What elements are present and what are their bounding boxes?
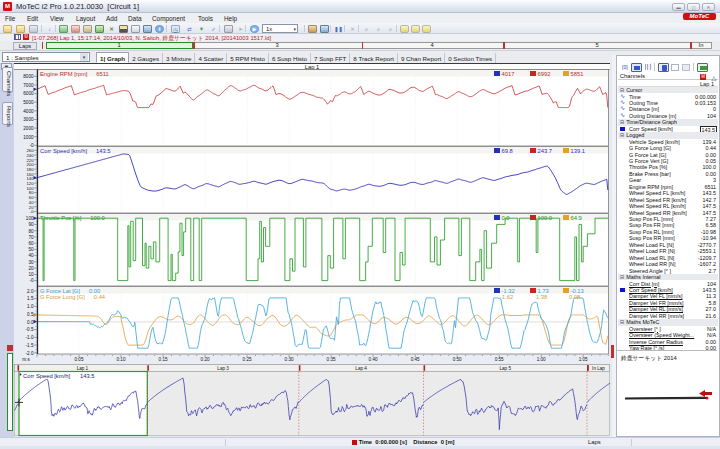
svg-text:80: 80 <box>28 229 34 234</box>
svg-text:1000: 1000 <box>23 135 34 140</box>
svg-text:50: 50 <box>28 247 34 252</box>
svg-text:Lap 4: Lap 4 <box>355 366 367 371</box>
svg-text:20: 20 <box>28 266 34 271</box>
svg-text:-1.0: -1.0 <box>26 335 34 340</box>
svg-text:60: 60 <box>28 241 34 246</box>
svg-text:0:10: 0:10 <box>117 357 126 362</box>
svg-text:0:30: 0:30 <box>285 357 294 362</box>
svg-text:5000: 5000 <box>23 100 34 105</box>
svg-text:10: 10 <box>28 272 34 277</box>
svg-text:0:40: 0:40 <box>369 357 378 362</box>
svg-text:0:20: 0:20 <box>201 357 210 362</box>
svg-text:0.0: 0.0 <box>27 320 34 325</box>
svg-text:8000: 8000 <box>23 74 34 79</box>
svg-text:90: 90 <box>28 222 34 227</box>
svg-text:0:50: 0:50 <box>453 357 462 362</box>
svg-text:6000: 6000 <box>23 91 34 96</box>
svg-text:Corr Speed [km/h]: Corr Speed [km/h] <box>23 373 70 379</box>
svg-text:0:55: 0:55 <box>495 357 504 362</box>
svg-text:0.5: 0.5 <box>27 312 34 317</box>
svg-text:-0: -0 <box>29 278 34 283</box>
svg-text:Lap 1: Lap 1 <box>77 366 89 371</box>
svg-text:0:35: 0:35 <box>327 357 336 362</box>
svg-text:In Lap: In Lap <box>592 366 605 371</box>
svg-text:143.5: 143.5 <box>80 373 95 379</box>
svg-text:0:05: 0:05 <box>75 357 84 362</box>
svg-text:1.0: 1.0 <box>27 304 34 309</box>
svg-text:40: 40 <box>28 253 34 258</box>
svg-text:1:05: 1:05 <box>579 357 588 362</box>
svg-text:4000: 4000 <box>23 109 34 114</box>
svg-text:m:s: m:s <box>22 357 30 362</box>
svg-text:7000: 7000 <box>23 83 34 88</box>
svg-text:Lap 5: Lap 5 <box>499 366 511 371</box>
svg-text:-2.0: -2.0 <box>26 351 34 356</box>
svg-text:70: 70 <box>28 235 34 240</box>
svg-text:1:00: 1:00 <box>537 357 546 362</box>
svg-text:0:45: 0:45 <box>411 357 420 362</box>
svg-text:0:25: 0:25 <box>243 357 252 362</box>
svg-text:2000: 2000 <box>23 126 34 131</box>
svg-text:100: 100 <box>26 216 34 221</box>
svg-text:-1.5: -1.5 <box>26 343 34 348</box>
svg-text:Lap 3: Lap 3 <box>217 366 229 371</box>
svg-text:3000: 3000 <box>23 117 34 122</box>
svg-text:-0.5: -0.5 <box>26 327 34 332</box>
svg-text:1.5: 1.5 <box>27 296 34 301</box>
svg-text:2.0: 2.0 <box>27 289 34 294</box>
svg-text:0:15: 0:15 <box>159 357 168 362</box>
svg-text:30: 30 <box>28 260 34 265</box>
